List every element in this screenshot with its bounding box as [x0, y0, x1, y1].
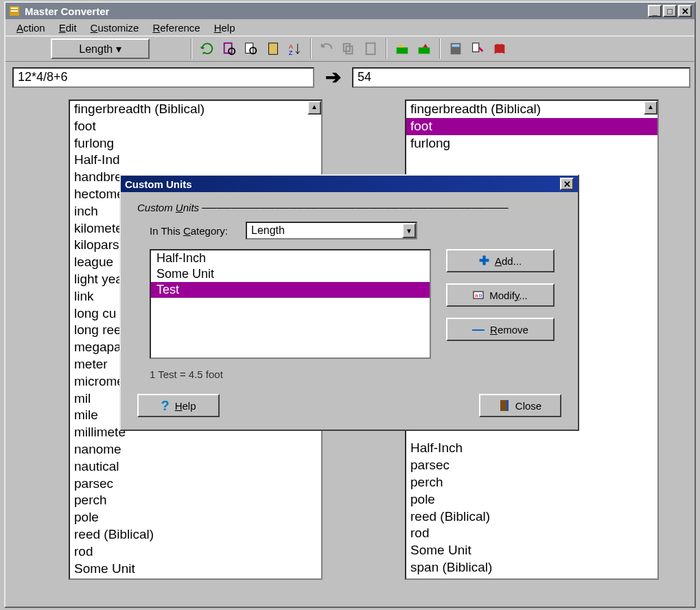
category-row: In This Category: Length ▼	[150, 222, 561, 239]
list-item[interactable]: parsec	[406, 457, 657, 474]
menu-reference[interactable]: Reference	[145, 21, 207, 35]
output-result[interactable]	[352, 67, 690, 88]
list-item[interactable]: nanome	[70, 441, 321, 458]
category-combo-value: Length	[251, 224, 285, 237]
dialog-titlebar: Custom Units ✕	[121, 176, 578, 192]
dialog-footer: ? Help Close	[137, 394, 561, 417]
chevron-down-icon[interactable]: ▼	[402, 223, 416, 238]
help-button[interactable]: ? Help	[137, 394, 220, 417]
list-item[interactable]: parsec	[70, 476, 321, 493]
list-item[interactable]: furlong	[406, 135, 657, 152]
list-item[interactable]: nautical	[70, 458, 321, 476]
tool-undo-icon[interactable]	[317, 39, 336, 58]
list-item[interactable]: Some Unit	[70, 561, 321, 578]
tool-find-icon[interactable]	[242, 39, 261, 58]
menu-customize[interactable]: Customize	[84, 21, 146, 35]
plus-icon: ✚	[479, 253, 489, 268]
separator	[191, 38, 192, 59]
maximize-button[interactable]: □	[663, 5, 677, 17]
list-item[interactable]: Test	[151, 282, 430, 298]
input-expression[interactable]	[12, 67, 314, 88]
list-item[interactable]: fingerbreadth (Biblical)	[70, 101, 321, 118]
svg-rect-12	[419, 47, 430, 54]
custom-units-dialog: Custom Units ✕ Custom Units ────────────…	[119, 174, 579, 431]
tool-customunits-left-icon[interactable]	[393, 39, 412, 58]
category-dropdown[interactable]: Length ▾	[51, 38, 150, 59]
list-item[interactable]: foot	[70, 118, 321, 135]
dialog-main: Half-InchSome UnitTest ✚ Add... ab Modif…	[150, 249, 561, 359]
list-item[interactable]: Half-Ind	[70, 152, 321, 169]
category-combo[interactable]: Length ▼	[246, 222, 417, 239]
svg-rect-20	[506, 400, 509, 411]
tool-book-icon[interactable]	[490, 39, 509, 58]
svg-text:a: a	[475, 292, 478, 298]
svg-rect-14	[452, 45, 460, 47]
tool-paste-search-icon[interactable]	[220, 39, 239, 58]
dialog-title: Custom Units	[125, 178, 192, 190]
dialog-close-x-button[interactable]: ✕	[560, 178, 574, 190]
menu-edit[interactable]: Edit	[52, 21, 84, 35]
list-item[interactable]: Test	[406, 576, 657, 580]
list-item[interactable]: fingerbreadth (Biblical)	[406, 101, 657, 118]
close-window-button[interactable]: ✕	[678, 5, 692, 17]
list-item[interactable]: furlong	[70, 135, 321, 152]
list-item[interactable]: Half-Inch	[406, 440, 657, 457]
svg-rect-11	[397, 47, 408, 54]
svg-text:Z: Z	[289, 49, 293, 56]
separator	[439, 38, 441, 59]
menubar: Action Edit Customize Reference Help	[5, 19, 695, 36]
dialog-body: Custom Units ───────────────────────────…	[121, 192, 578, 430]
tool-clipboard-icon[interactable]	[264, 39, 283, 58]
list-item[interactable]: Some Unit	[151, 266, 430, 282]
svg-rect-19	[500, 400, 506, 411]
app-icon	[8, 5, 21, 17]
window-title: Master Converter	[25, 5, 109, 17]
list-item[interactable]: reed (Biblical)	[406, 508, 657, 526]
menu-action[interactable]: Action	[10, 21, 52, 35]
remove-button[interactable]: — Remove	[446, 318, 555, 341]
tool-options-icon[interactable]	[468, 39, 487, 58]
list-item[interactable]: rod	[406, 525, 657, 542]
separator	[310, 38, 312, 59]
modify-icon: ab	[473, 290, 484, 301]
titlebar: Master Converter _ □ ✕	[5, 3, 695, 19]
arrow-icon: ➔	[321, 66, 345, 89]
list-item[interactable]: foot	[406, 118, 657, 135]
door-icon	[499, 399, 510, 412]
list-item[interactable]: pole	[70, 509, 321, 526]
svg-rect-10	[366, 43, 375, 55]
toolbar: Length ▾ AZ	[5, 36, 695, 62]
separator	[386, 38, 387, 59]
list-item[interactable]: reed (Biblical)	[70, 526, 321, 543]
list-item[interactable]: span (Biblical)	[406, 559, 657, 576]
scroll-up-icon[interactable]	[644, 101, 657, 115]
question-icon: ?	[161, 398, 169, 414]
tool-copy-icon[interactable]	[339, 39, 358, 58]
custom-units-listbox[interactable]: Half-InchSome UnitTest	[150, 249, 431, 359]
tool-customunits-right-icon[interactable]	[415, 39, 434, 58]
close-button[interactable]: Close	[479, 394, 561, 417]
list-item[interactable]: perch	[406, 474, 657, 491]
dialog-wrapper: Custom Units ✕ Custom Units ────────────…	[119, 174, 579, 431]
tool-paste-icon[interactable]	[361, 39, 380, 58]
svg-rect-5	[269, 43, 278, 55]
minimize-button[interactable]: _	[648, 5, 662, 17]
svg-text:b: b	[479, 292, 482, 298]
list-item[interactable]: span (Biblical)	[70, 577, 321, 580]
group-label: Custom Units ───────────────────────────…	[137, 202, 561, 213]
list-item[interactable]: pole	[406, 491, 657, 508]
scroll-up-icon[interactable]	[307, 101, 321, 115]
list-item[interactable]: Half-Inch	[151, 250, 430, 266]
list-item[interactable]: perch	[70, 492, 321, 509]
tool-calculator-icon[interactable]	[446, 39, 465, 58]
svg-rect-15	[473, 43, 479, 52]
add-button[interactable]: ✚ Add...	[446, 249, 555, 272]
menu-help[interactable]: Help	[207, 21, 242, 35]
tool-sort-icon[interactable]: AZ	[285, 39, 305, 58]
modify-button[interactable]: ab Modify...	[446, 283, 555, 307]
conversion-info: 1 Test = 4.5 foot	[150, 368, 561, 380]
tool-refresh-icon[interactable]	[198, 39, 217, 58]
list-item[interactable]: Some Unit	[406, 542, 657, 559]
list-item[interactable]: rod	[70, 543, 321, 561]
minus-icon: —	[472, 322, 485, 337]
